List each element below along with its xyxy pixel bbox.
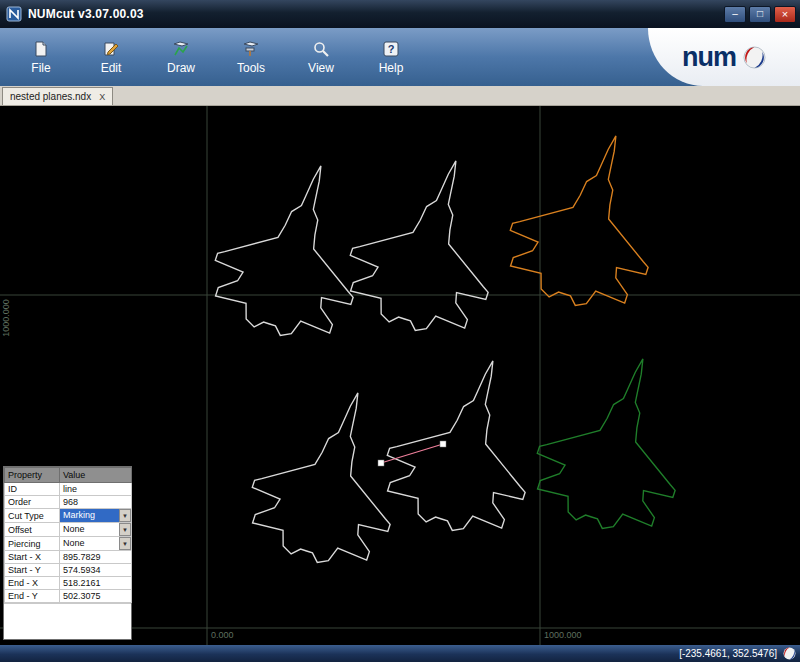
dropdown-value[interactable]: Marking <box>60 509 119 522</box>
property-label: Piercing <box>5 537 60 551</box>
property-label: Cut Type <box>5 509 60 523</box>
jet-outline-green[interactable] <box>521 337 710 546</box>
tab-bar: nested planes.ndx X <box>0 86 800 106</box>
tab-nested-planes[interactable]: nested planes.ndx X <box>2 87 113 105</box>
jet-outline-white-4[interactable] <box>371 339 560 548</box>
property-value[interactable]: line <box>60 483 132 496</box>
dropdown-value[interactable]: None <box>60 523 119 536</box>
num-logo-text: num <box>682 44 736 71</box>
toolbar-label-view: View <box>308 61 334 75</box>
property-row-id: ID line <box>5 483 132 496</box>
help-icon: ? <box>382 40 400 58</box>
property-value[interactable]: 574.5934 <box>60 564 132 577</box>
toolbar-item-edit[interactable]: Edit <box>88 33 134 81</box>
tab-label: nested planes.ndx <box>10 91 91 102</box>
toolbar-label-file: File <box>31 61 50 75</box>
property-label: Offset <box>5 523 60 537</box>
tools-icon <box>242 40 260 58</box>
property-row-offset: Offset None ▼ <box>5 523 132 537</box>
jet-outline-white-3[interactable] <box>236 371 425 580</box>
dropdown-arrow-icon[interactable]: ▼ <box>119 537 131 550</box>
selected-line[interactable] <box>381 444 443 463</box>
edit-icon <box>102 40 120 58</box>
property-panel: Property Value ID line Order 968 Cut Typ… <box>3 466 132 640</box>
property-label: ID <box>5 483 60 496</box>
window-title: NUMcut v3.07.00.03 <box>28 7 144 21</box>
property-value-dropdown[interactable]: None ▼ <box>60 537 132 551</box>
jet-outline-white-2[interactable] <box>334 139 523 348</box>
toolbar-label-draw: Draw <box>167 61 195 75</box>
maximize-button[interactable]: □ <box>749 6 771 23</box>
status-bar: [-235.4661, 352.5476] <box>0 645 800 662</box>
value-column-header: Value <box>60 468 132 483</box>
brand-panel: num <box>648 28 800 86</box>
property-value-dropdown[interactable]: None ▼ <box>60 523 132 537</box>
property-value[interactable]: 502.3075 <box>60 590 132 603</box>
toolbar-item-help[interactable]: ? Help <box>368 33 414 81</box>
property-value[interactable]: 518.2161 <box>60 577 132 590</box>
draw-icon <box>172 40 190 58</box>
main-toolbar: File Edit Draw Tools <box>0 28 800 86</box>
dropdown-arrow-icon[interactable]: ▼ <box>119 523 131 536</box>
axis-label-x-zero: 0.000 <box>211 630 234 640</box>
window-controls: – □ × <box>724 6 796 23</box>
property-row-start-y: Start - Y 574.5934 <box>5 564 132 577</box>
property-value[interactable]: 968 <box>60 496 132 509</box>
property-row-order: Order 968 <box>5 496 132 509</box>
jet-outline-orange[interactable] <box>494 114 683 323</box>
jet-outline-white-1[interactable] <box>199 144 388 353</box>
titlebar: NUMcut v3.07.00.03 – □ × <box>0 0 800 28</box>
axis-label-x-thousand: 1000.000 <box>544 630 582 640</box>
property-label: End - Y <box>5 590 60 603</box>
toolbar-item-draw[interactable]: Draw <box>158 33 204 81</box>
toolbar-label-tools: Tools <box>237 61 265 75</box>
property-row-piercing: Piercing None ▼ <box>5 537 132 551</box>
num-logo-icon <box>743 46 766 69</box>
dropdown-value[interactable]: None <box>60 537 119 550</box>
property-value-dropdown[interactable]: Marking ▼ <box>60 509 132 523</box>
svg-text:?: ? <box>388 43 395 55</box>
property-header-row: Property Value <box>5 468 132 483</box>
property-value[interactable]: 895.7829 <box>60 551 132 564</box>
menu-items: File Edit Draw Tools <box>0 28 414 86</box>
minimize-button[interactable]: – <box>724 6 746 23</box>
line-handle-end[interactable] <box>378 460 384 466</box>
toolbar-item-file[interactable]: File <box>18 33 64 81</box>
close-button[interactable]: × <box>774 6 796 23</box>
property-row-cut-type: Cut Type Marking ▼ <box>5 509 132 523</box>
property-label: End - X <box>5 577 60 590</box>
property-label: Start - Y <box>5 564 60 577</box>
line-handle-start[interactable] <box>440 441 446 447</box>
axis-label-y-thousand: 1000.000 <box>1 299 11 337</box>
property-row-start-x: Start - X 895.7829 <box>5 551 132 564</box>
tab-close-icon[interactable]: X <box>99 92 105 102</box>
toolbar-label-help: Help <box>379 61 404 75</box>
property-label: Start - X <box>5 551 60 564</box>
toolbar-label-edit: Edit <box>101 61 122 75</box>
property-label: Order <box>5 496 60 509</box>
property-column-header: Property <box>5 468 60 483</box>
file-icon <box>32 40 50 58</box>
app-icon <box>6 6 22 22</box>
dropdown-arrow-icon[interactable]: ▼ <box>119 509 131 522</box>
toolbar-item-view[interactable]: View <box>298 33 344 81</box>
property-panel-empty-area <box>4 603 131 639</box>
property-row-end-y: End - Y 502.3075 <box>5 590 132 603</box>
coordinate-readout: [-235.4661, 352.5476] <box>679 648 777 659</box>
toolbar-item-tools[interactable]: Tools <box>228 33 274 81</box>
view-icon <box>312 40 330 58</box>
property-row-end-x: End - X 518.2161 <box>5 577 132 590</box>
num-logo-small-icon <box>783 647 796 660</box>
